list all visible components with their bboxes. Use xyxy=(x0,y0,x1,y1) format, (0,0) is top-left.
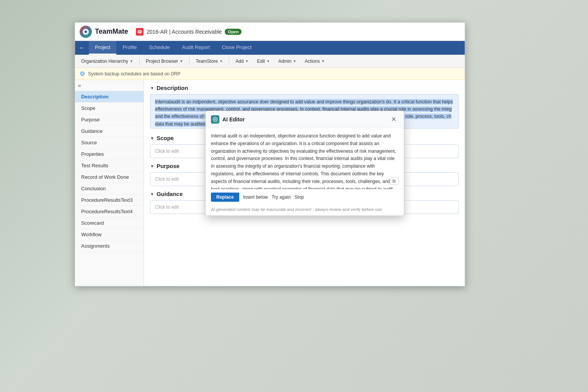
tab-schedule[interactable]: Schedule xyxy=(143,41,176,55)
ai-replace-button[interactable]: Replace xyxy=(211,193,239,202)
chevron-down-icon: ▼ xyxy=(321,59,325,63)
content-panel: ▼ Description Internalaudit is an indpen… xyxy=(144,80,465,286)
app-window: TeamMate 2016-AR | Accounts Receivable O… xyxy=(75,22,465,286)
teamstore-btn[interactable]: TeamStore ▼ xyxy=(192,57,227,65)
sidebar-item-description[interactable]: Description xyxy=(75,91,144,103)
chevron-down-icon: ▼ xyxy=(180,59,183,63)
tab-profile[interactable]: Profile xyxy=(116,41,143,55)
ai-insert-below-button[interactable]: Insert below xyxy=(243,194,268,200)
ai-editor-title-row: AI Editor xyxy=(211,115,245,124)
svg-rect-1 xyxy=(138,30,142,33)
sidebar-item-conclusion[interactable]: Conclusion xyxy=(75,183,144,194)
ai-editor-icon xyxy=(211,115,219,124)
sidebar-item-scorecard[interactable]: Scorecard xyxy=(75,217,144,229)
sidebar-item-procedure-results-3[interactable]: ProcedureResultsText3 xyxy=(75,194,144,206)
project-badge: 2016-AR | Accounts Receivable Open xyxy=(136,28,242,36)
sidebar-item-test-results[interactable]: Test Results xyxy=(75,160,144,172)
ai-editor-footer: AI-generated content may be inaccurate a… xyxy=(206,205,404,216)
ai-try-again-button[interactable]: Try again xyxy=(272,194,291,200)
ai-stop-button[interactable]: Stop xyxy=(294,194,304,200)
toolbar-divider xyxy=(139,57,140,65)
ai-editor-popup: AI Editor ✕ Internal audit is an indepen… xyxy=(205,111,404,216)
gear-icon: ⚙ xyxy=(80,70,85,77)
description-title: Description xyxy=(157,85,188,91)
ai-editor-content: Internal audit is an independent, object… xyxy=(211,132,399,189)
org-hierarchy-btn[interactable]: Organization Hierarchy ▼ xyxy=(77,57,137,65)
main-content: « Description Scope Purpose Guidance Sou… xyxy=(75,80,465,286)
scope-title: Scope xyxy=(157,135,174,141)
notification-text: System backup schedules are based on DRP xyxy=(88,71,180,77)
toolbar-divider-2 xyxy=(189,57,189,65)
tab-close-project[interactable]: Close Project xyxy=(216,41,258,55)
sidebar-item-source[interactable]: Source xyxy=(75,137,144,149)
ai-editor-body: Internal audit is an independent, object… xyxy=(206,128,404,189)
purpose-collapse-icon[interactable]: ▼ xyxy=(150,164,154,168)
notification-bar: ⚙ System backup schedules are based on D… xyxy=(75,68,465,80)
tab-audit-report[interactable]: Audit Report xyxy=(176,41,216,55)
project-icon xyxy=(136,28,144,36)
sidebar-item-procedure-results-4[interactable]: ProcedureResultsText4 xyxy=(75,206,144,217)
guidance-collapse-icon[interactable]: ▼ xyxy=(150,192,154,196)
sidebar-item-assignments[interactable]: Assignments xyxy=(75,240,144,252)
app-title: TeamMate xyxy=(95,28,128,36)
admin-btn[interactable]: Admin ▼ xyxy=(274,57,300,65)
scope-collapse-icon[interactable]: ▼ xyxy=(150,136,154,140)
edit-btn[interactable]: Edit ▼ xyxy=(253,57,274,65)
sidebar-item-guidance[interactable]: Guidance xyxy=(75,126,144,137)
chevron-down-icon: ▼ xyxy=(130,59,133,63)
chevron-down-icon: ▼ xyxy=(219,59,223,63)
description-collapse-icon[interactable]: ▼ xyxy=(150,86,154,90)
sidebar: « Description Scope Purpose Guidance Sou… xyxy=(75,80,144,286)
purpose-title: Purpose xyxy=(157,163,180,169)
title-bar: TeamMate 2016-AR | Accounts Receivable O… xyxy=(75,23,465,41)
add-btn[interactable]: Add ▼ xyxy=(232,57,252,65)
toolbar-divider-3 xyxy=(229,57,229,65)
nav-bar: ← Project Profile Schedule Audit Report … xyxy=(75,41,465,55)
ai-editor-title-text: AI Editor xyxy=(222,116,245,122)
chevron-down-icon: ▼ xyxy=(266,59,270,63)
project-browser-btn[interactable]: Project Browser ▼ xyxy=(142,57,187,65)
ai-copy-button[interactable]: ⧉ xyxy=(390,177,399,185)
sidebar-item-record-of-work-done[interactable]: Record of Work Done xyxy=(75,172,144,183)
toolbar: Organization Hierarchy ▼ Project Browser… xyxy=(75,55,465,68)
sidebar-item-properties[interactable]: Properties xyxy=(75,149,144,160)
sidebar-item-purpose[interactable]: Purpose xyxy=(75,114,144,126)
ai-editor-actions: Replace Insert below Try again Stop xyxy=(206,189,404,205)
sidebar-item-scope[interactable]: Scope xyxy=(75,103,144,114)
app-logo xyxy=(80,26,92,38)
actions-btn[interactable]: Actions ▼ xyxy=(301,57,328,65)
back-button[interactable]: ← xyxy=(75,44,89,51)
chevron-down-icon: ▼ xyxy=(293,59,296,63)
ai-editor-header: AI Editor ✕ xyxy=(206,111,404,128)
project-name: 2016-AR | Accounts Receivable xyxy=(147,29,222,35)
guidance-title: Guidance xyxy=(157,191,183,197)
ai-editor-close-button[interactable]: ✕ xyxy=(389,115,399,124)
chevron-down-icon: ▼ xyxy=(245,59,249,63)
tab-project[interactable]: Project xyxy=(89,41,116,55)
description-header: ▼ Description xyxy=(150,85,459,91)
sidebar-item-workflow[interactable]: Workflow xyxy=(75,229,144,240)
status-badge: Open xyxy=(225,29,242,35)
sidebar-collapse-btn[interactable]: « xyxy=(75,80,144,91)
